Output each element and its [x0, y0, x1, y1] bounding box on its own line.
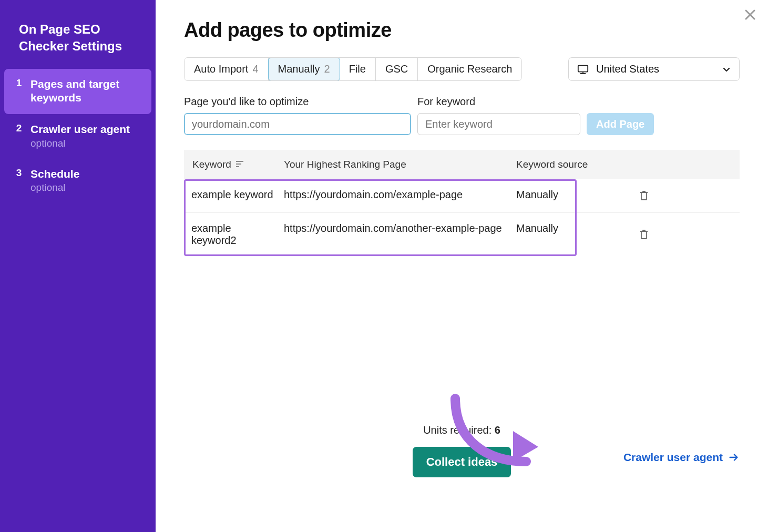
country-label: United States	[596, 63, 715, 75]
cell-keyword: example keyword2	[184, 222, 284, 247]
page-input-label: Page you'd like to optimize	[184, 96, 411, 108]
svg-rect-4	[236, 163, 241, 165]
collect-ideas-button[interactable]: Collect ideas	[413, 447, 511, 477]
table-header-row: Keyword Your Highest Ranking Page Keywor…	[184, 150, 740, 179]
tab-organic-research[interactable]: Organic Research	[418, 58, 521, 80]
sidebar-step-schedule[interactable]: 3 Schedule optional	[4, 159, 151, 203]
trash-icon	[639, 229, 649, 240]
sidebar-step-crawler-user-agent[interactable]: 2 Crawler user agent optional	[4, 114, 151, 158]
svg-rect-0	[578, 65, 588, 71]
cell-keyword: example keyword	[184, 189, 284, 203]
settings-sidebar: On Page SEO Checker Settings 1 Pages and…	[0, 0, 156, 532]
source-tabs: Auto Import 4 Manually 2 File GSC Organi…	[184, 57, 522, 81]
tab-label: GSC	[385, 63, 408, 75]
step-label: Schedule	[30, 167, 79, 181]
close-button[interactable]	[741, 5, 760, 24]
step-label: Pages and target keywords	[30, 77, 141, 105]
table-row: example keyword2 https://yourdomain.com/…	[184, 213, 740, 256]
svg-rect-3	[236, 161, 243, 162]
arrow-right-icon	[728, 452, 740, 463]
page-input[interactable]	[184, 113, 411, 135]
tab-label: Organic Research	[427, 63, 512, 75]
sort-icon[interactable]	[235, 159, 244, 170]
units-required-text: Units required: 6	[423, 424, 500, 436]
tab-file[interactable]: File	[340, 58, 376, 80]
page-title: Add pages to optimize	[184, 19, 740, 42]
trash-icon	[639, 190, 649, 201]
keyword-input-label: For keyword	[417, 96, 580, 108]
cell-url: https://yourdomain.com/another-example-p…	[284, 222, 516, 247]
tab-manually[interactable]: Manually 2	[268, 57, 340, 81]
desktop-icon	[577, 64, 589, 75]
table-row: example keyword https://yourdomain.com/e…	[184, 179, 740, 213]
sidebar-step-pages-keywords[interactable]: 1 Pages and target keywords	[4, 69, 151, 115]
step-number: 3	[15, 167, 23, 179]
next-step-link[interactable]: Crawler user agent	[623, 451, 740, 464]
tab-gsc[interactable]: GSC	[376, 58, 418, 80]
add-page-button[interactable]: Add Page	[587, 113, 654, 135]
tab-count: 4	[252, 63, 258, 75]
country-select[interactable]: United States	[568, 57, 740, 81]
tab-label: File	[349, 63, 366, 75]
step-number: 2	[15, 122, 23, 134]
step-label: Crawler user agent	[30, 122, 130, 136]
cell-source: Manually	[516, 189, 621, 203]
cell-url: https://yourdomain.com/example-page	[284, 189, 516, 203]
tab-count: 2	[324, 63, 330, 75]
col-page-header: Your Highest Ranking Page	[284, 159, 516, 170]
keyword-input[interactable]	[417, 113, 580, 135]
step-number: 1	[15, 77, 23, 89]
cell-source: Manually	[516, 222, 621, 247]
svg-rect-5	[236, 166, 239, 167]
tab-label: Manually	[278, 63, 320, 75]
chevron-down-icon	[722, 65, 731, 74]
units-count: 6	[495, 424, 500, 436]
tab-label: Auto Import	[194, 63, 248, 75]
delete-row-button[interactable]	[639, 190, 649, 203]
step-sublabel: optional	[30, 138, 130, 149]
col-keyword-header[interactable]: Keyword	[192, 159, 231, 170]
col-source-header: Keyword source	[516, 159, 621, 170]
keywords-table: Keyword Your Highest Ranking Page Keywor…	[184, 150, 740, 256]
delete-row-button[interactable]	[639, 223, 649, 247]
tab-auto-import[interactable]: Auto Import 4	[185, 58, 269, 80]
next-step-label: Crawler user agent	[623, 451, 723, 464]
step-sublabel: optional	[30, 182, 79, 193]
sidebar-title: On Page SEO Checker Settings	[4, 19, 151, 69]
close-icon	[744, 8, 756, 21]
